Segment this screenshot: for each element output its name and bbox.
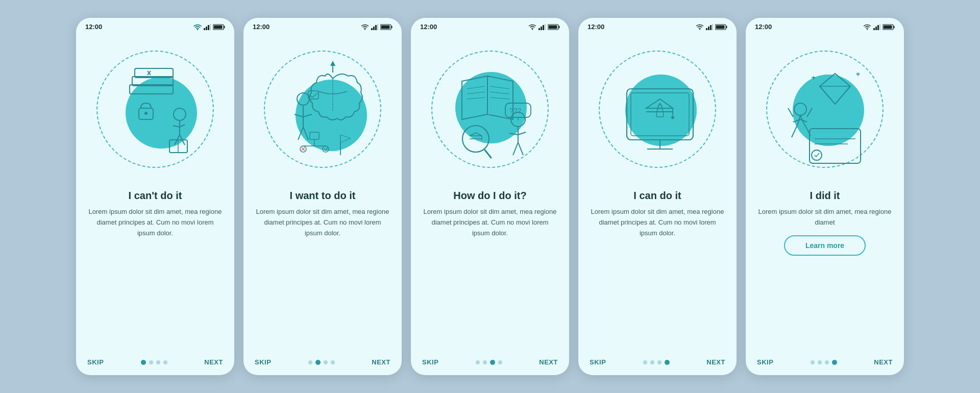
dot-2-1 [315,360,321,365]
skip-button-5[interactable]: SKIP [757,358,773,366]
signal-icon-5 [873,24,880,30]
svg-line-30 [298,127,303,140]
svg-point-15 [174,108,186,120]
status-icons-2 [361,24,393,30]
screen-body-3: Lorem ipsum dolor sit dim amet, mea regi… [422,207,558,238]
next-button-3[interactable]: NEXT [539,358,558,366]
bottom-nav-5: SKIP NEXT [746,353,904,375]
status-bar-3: 12:00 [411,18,569,33]
content-area-1: I can't do it Lorem ipsum dolor sit dim … [76,186,234,353]
content-area-2: I want to do it Lorem ipsum dolor sit di… [243,186,402,353]
dot-4-3 [665,360,670,365]
svg-rect-19 [371,28,373,30]
dashed-circle-1 [96,51,214,168]
svg-point-43 [532,29,533,30]
wifi-icon-2 [361,24,369,30]
screen-title-3: How do I do it? [422,190,558,202]
dots-4 [643,360,670,365]
svg-rect-45 [541,27,542,30]
illustration-3: ??? [434,53,546,165]
time-4: 12:00 [587,23,604,31]
svg-rect-89 [875,27,877,30]
svg-rect-78 [627,89,693,140]
next-button-2[interactable]: NEXT [372,358,390,366]
next-button-1[interactable]: NEXT [204,358,223,366]
screen-body-1: Lorem ipsum dolor sit dim amet, mea regi… [87,207,223,238]
dot-5-3 [832,360,837,365]
content-area-3: How do I do it? Lorem ipsum dolor sit di… [411,186,569,353]
svg-rect-105 [810,129,861,163]
svg-line-111 [807,108,812,117]
dot-4-1 [650,360,654,364]
svg-line-100 [835,86,850,104]
svg-text:???: ??? [509,107,522,115]
svg-point-18 [364,29,365,30]
bottom-nav-1: SKIP NEXT [76,353,234,375]
svg-rect-94 [884,25,892,29]
time-5: 12:00 [755,23,772,31]
time-2: 12:00 [253,23,270,31]
svg-rect-77 [716,25,725,29]
dot-2-3 [331,360,335,364]
svg-point-87 [867,29,868,30]
svg-rect-93 [894,26,895,28]
svg-point-28 [297,93,309,105]
wifi-icon [193,24,202,30]
svg-point-108 [812,150,822,160]
bottom-nav-4: SKIP NEXT [578,353,737,375]
illustration-area-3: ??? [411,33,569,186]
svg-line-99 [820,86,835,104]
svg-point-14 [144,112,148,115]
svg-point-40 [323,146,329,152]
dot-1-2 [156,360,160,364]
next-button-4[interactable]: NEXT [706,358,725,366]
skip-button-4[interactable]: SKIP [590,358,606,366]
dot-5-1 [818,360,822,364]
skip-button-3[interactable]: SKIP [422,358,438,366]
illustration-4 [601,53,714,165]
illustration-1 [99,53,211,165]
svg-rect-49 [559,26,560,28]
battery-icon-5 [883,24,895,30]
status-bar-2: 12:00 [243,18,402,33]
dashed-circle-3: ??? [431,51,549,168]
next-button-5[interactable]: NEXT [874,358,893,366]
battery-icon-2 [380,24,393,30]
screen-title-2: I want to do it [255,190,390,202]
svg-rect-6 [224,26,225,28]
svg-point-109 [794,103,806,115]
dot-1-3 [163,360,167,364]
skip-button-2[interactable]: SKIP [255,358,271,366]
svg-rect-33 [310,132,319,139]
status-icons-1 [193,24,225,30]
status-bar-4: 12:00 [578,18,737,33]
content-area-4: I can do it Lorem ipsum dolor sit dim am… [578,186,737,353]
status-bar-1: 12:00 [76,18,234,33]
svg-line-66 [518,142,523,155]
svg-rect-24 [391,26,393,28]
dot-5-2 [825,360,829,364]
dot-2-2 [324,360,328,364]
svg-rect-90 [877,25,879,30]
svg-rect-25 [381,25,390,29]
svg-rect-7 [214,25,223,29]
illustration-2 [266,53,379,165]
svg-line-62 [485,150,491,158]
dot-1-1 [149,360,153,364]
svg-rect-76 [726,26,727,28]
dot-3-1 [483,360,487,364]
illustration-5 [769,53,881,165]
svg-point-85 [671,116,674,119]
dot-4-2 [657,360,662,364]
svg-line-65 [513,142,518,155]
dots-2 [308,360,335,365]
svg-line-110 [788,108,793,117]
learn-more-button[interactable]: Learn more [784,235,866,256]
skip-button-1[interactable]: SKIP [87,358,104,366]
time-3: 12:00 [420,23,437,31]
wifi-icon-3 [528,24,536,30]
status-icons-4 [696,24,727,30]
screen-body-5: Lorem ipsum dolor sit dim amet, mea regi… [757,207,893,228]
svg-marker-95 [820,73,850,104]
svg-point-70 [699,29,700,30]
